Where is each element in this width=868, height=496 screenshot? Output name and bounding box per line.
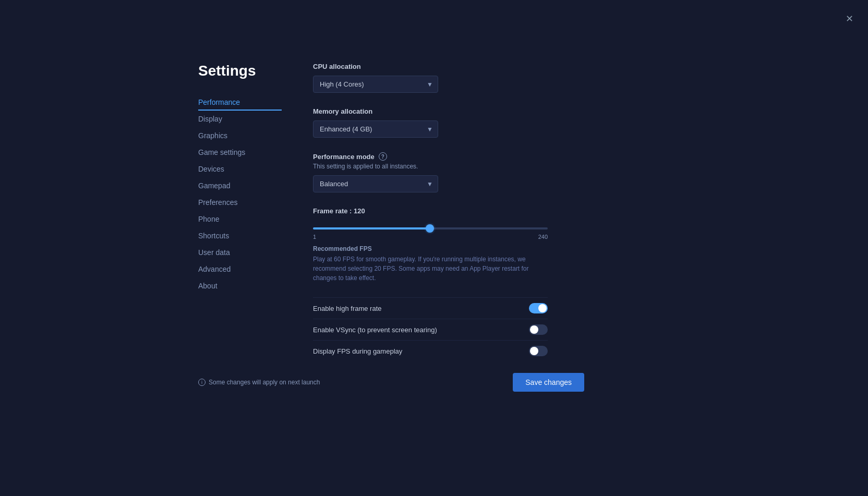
footer: i Some changes will apply on next launch… <box>198 373 584 392</box>
frame-rate-slider-container: 1 240 <box>313 222 548 240</box>
performance-mode-label: Performance mode <box>313 153 375 161</box>
frame-rate-label: Frame rate : 120 <box>313 207 668 215</box>
toggle-track-display-fps <box>529 346 548 356</box>
toggle-row-vsync: Enable VSync (to prevent screen tearing) <box>313 319 548 340</box>
memory-allocation-section: Memory allocation Low (1 GB)Medium (2 GB… <box>313 107 668 138</box>
help-icon[interactable]: ? <box>379 152 387 161</box>
toggle-track-vsync <box>529 324 548 335</box>
toggle-switch-high-frame-rate[interactable] <box>529 303 548 313</box>
recommended-fps-title: Recommended FPS <box>313 245 668 252</box>
memory-allocation-select[interactable]: Low (1 GB)Medium (2 GB)Enhanced (4 GB)Hi… <box>313 120 438 138</box>
sidebar-item-display[interactable]: Display <box>198 111 282 127</box>
toggle-label-high-frame-rate: Enable high frame rate <box>313 305 382 312</box>
performance-mode-select-wrapper: Power savingBalancedHigh performance ▼ <box>313 175 438 192</box>
save-button[interactable]: Save changes <box>513 373 584 392</box>
toggle-thumb-display-fps <box>530 347 538 355</box>
sidebar-item-performance[interactable]: Performance <box>198 94 282 111</box>
main-content: CPU allocation Low (1 Core)Medium (2 Cor… <box>313 63 668 361</box>
toggles-section: Enable high frame rateEnable VSync (to p… <box>313 297 668 361</box>
sidebar-item-advanced[interactable]: Advanced <box>198 261 282 277</box>
toggle-track-high-frame-rate <box>529 303 548 313</box>
sidebar-item-graphics[interactable]: Graphics <box>198 127 282 144</box>
sidebar-item-game-settings[interactable]: Game settings <box>198 144 282 161</box>
close-button[interactable]: ✕ <box>841 10 858 27</box>
slider-min-label: 1 <box>313 234 316 240</box>
slider-max-label: 240 <box>538 234 548 240</box>
footer-note: i Some changes will apply on next launch <box>198 379 320 386</box>
memory-allocation-label: Memory allocation <box>313 107 668 115</box>
frame-rate-section: Frame rate : 120 1 240 Recommended FPS P… <box>313 207 668 283</box>
info-icon: i <box>198 379 206 386</box>
frame-rate-slider[interactable] <box>313 227 548 229</box>
sidebar-item-preferences[interactable]: Preferences <box>198 194 282 211</box>
memory-allocation-select-wrapper: Low (1 GB)Medium (2 GB)Enhanced (4 GB)Hi… <box>313 120 438 138</box>
sidebar-item-phone[interactable]: Phone <box>198 211 282 227</box>
cpu-allocation-label: CPU allocation <box>313 63 668 70</box>
cpu-allocation-select-wrapper: Low (1 Core)Medium (2 Cores)High (4 Core… <box>313 76 438 93</box>
toggle-thumb-high-frame-rate <box>538 304 547 312</box>
sidebar-item-shortcuts[interactable]: Shortcuts <box>198 227 282 244</box>
recommended-fps-desc: Play at 60 FPS for smooth gameplay. If y… <box>313 255 548 283</box>
sidebar-item-user-data[interactable]: User data <box>198 244 282 261</box>
toggle-row-high-frame-rate: Enable high frame rate <box>313 297 548 319</box>
fps-info: Recommended FPS Play at 60 FPS for smoot… <box>313 245 668 283</box>
toggle-switch-vsync[interactable] <box>529 324 548 335</box>
cpu-allocation-section: CPU allocation Low (1 Core)Medium (2 Cor… <box>313 63 668 93</box>
performance-mode-select[interactable]: Power savingBalancedHigh performance <box>313 175 438 192</box>
sidebar-item-about[interactable]: About <box>198 277 282 294</box>
footer-note-text: Some changes will apply on next launch <box>209 379 320 386</box>
toggle-label-vsync: Enable VSync (to prevent screen tearing) <box>313 326 437 334</box>
cpu-allocation-select[interactable]: Low (1 Core)Medium (2 Cores)High (4 Core… <box>313 76 438 93</box>
toggle-thumb-vsync <box>530 325 538 334</box>
sidebar-item-devices[interactable]: Devices <box>198 161 282 177</box>
toggle-label-display-fps: Display FPS during gameplay <box>313 347 402 355</box>
toggle-switch-display-fps[interactable] <box>529 346 548 356</box>
performance-mode-description: This setting is applied to all instances… <box>313 163 668 170</box>
page-title: Settings <box>198 63 282 79</box>
toggle-row-display-fps: Display FPS during gameplay <box>313 340 548 361</box>
sidebar-item-gamepad[interactable]: Gamepad <box>198 177 282 194</box>
close-icon: ✕ <box>846 13 853 25</box>
sidebar: PerformanceDisplayGraphicsGame settingsD… <box>198 94 282 294</box>
performance-mode-section: Performance mode ? This setting is appli… <box>313 152 668 192</box>
